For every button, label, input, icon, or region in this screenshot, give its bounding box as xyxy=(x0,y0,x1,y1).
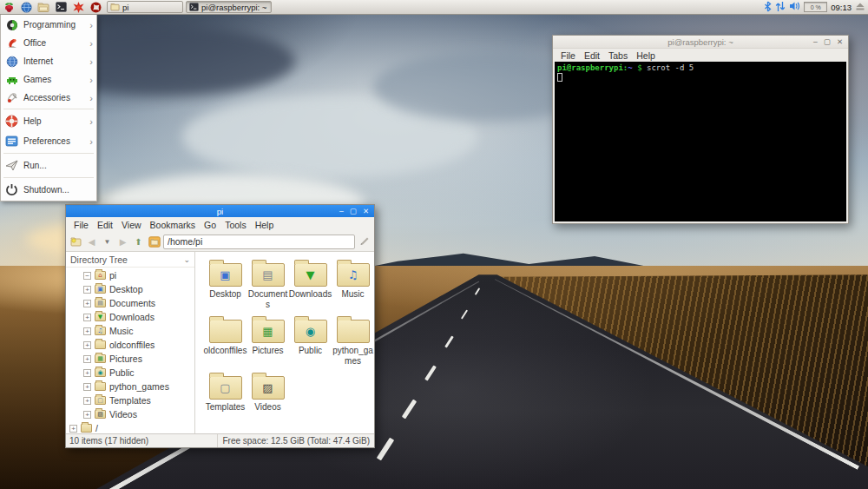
path-input[interactable] xyxy=(163,235,355,249)
task-button-file-manager[interactable]: pi xyxy=(107,1,183,13)
menu-item-preferences[interactable]: Preferences xyxy=(1,131,96,151)
folder-icon xyxy=(95,340,106,349)
tree-item[interactable]: − ⌂ pi xyxy=(66,268,194,282)
menu-item-office[interactable]: Office xyxy=(1,34,96,52)
tree-item-label: Public xyxy=(109,367,135,378)
web-browser-icon[interactable] xyxy=(17,0,35,14)
volume-icon[interactable] xyxy=(789,1,800,13)
menu-item-label: Games xyxy=(23,75,51,84)
menu-item-label: Shutdown... xyxy=(23,185,69,195)
expander-icon[interactable]: + xyxy=(83,286,91,294)
wolfram-icon[interactable] xyxy=(69,0,87,14)
menubar-item[interactable]: File xyxy=(556,50,580,61)
menubar-item[interactable]: File xyxy=(69,220,93,230)
minimize-icon[interactable]: – xyxy=(339,208,344,215)
file-manager-icon[interactable] xyxy=(35,0,52,14)
menubar-item[interactable]: Tabs xyxy=(604,50,632,61)
menubar-item[interactable]: Help xyxy=(251,220,279,230)
cpu-monitor[interactable]: 0 % xyxy=(804,2,827,12)
location-pen-icon[interactable] xyxy=(358,235,371,248)
folder-icon: ▤ xyxy=(95,299,106,307)
expander-icon[interactable]: + xyxy=(83,341,91,349)
menubar-item[interactable]: Edit xyxy=(93,220,117,230)
tree-item[interactable]: + ▢ Templates xyxy=(66,393,194,407)
expander-icon[interactable]: − xyxy=(83,272,91,280)
menu-item-run[interactable]: Run... xyxy=(1,155,96,175)
close-icon[interactable]: ✕ xyxy=(363,208,369,215)
terminal-titlebar[interactable]: pi@raspberrypi: ~ – ▢ ✕ xyxy=(553,36,848,49)
folder-item[interactable]: oldconffiles xyxy=(204,315,247,366)
folder-icon: ▣ xyxy=(209,263,242,287)
folder-item[interactable]: ▼ Downloads xyxy=(289,259,332,309)
task-button-terminal[interactable]: pi@raspberrypi: ~ xyxy=(186,1,272,13)
menu-raspberry-icon[interactable] xyxy=(0,0,17,14)
tree-item[interactable]: + / xyxy=(66,421,194,433)
tree-item-label: Pictures xyxy=(109,354,142,364)
folder-icon: ▤ xyxy=(252,263,285,287)
eject-icon[interactable] xyxy=(855,2,865,13)
sidebar-mode-select[interactable]: Directory Tree ⌄ xyxy=(66,252,194,268)
tree-item[interactable]: + ▼ Downloads xyxy=(66,310,194,324)
menu-item-internet[interactable]: Internet xyxy=(1,52,96,70)
folder-item[interactable]: ♫ Music xyxy=(332,259,374,309)
history-dropdown-icon[interactable]: ▼ xyxy=(101,235,114,248)
terminal-icon[interactable] xyxy=(52,0,69,14)
maximize-icon[interactable]: ▢ xyxy=(824,38,831,46)
expander-icon[interactable]: + xyxy=(83,355,91,363)
menubar-item[interactable]: Edit xyxy=(580,50,604,61)
menu-item-shutdown[interactable]: Shutdown... xyxy=(1,180,96,200)
expander-icon[interactable]: + xyxy=(83,314,91,321)
menu-item-label: Programming xyxy=(23,20,76,30)
menubar-item[interactable]: View xyxy=(117,220,146,230)
up-icon[interactable]: ⬆ xyxy=(132,235,145,248)
menubar-item[interactable]: Tools xyxy=(220,220,251,230)
terminal-screen[interactable]: pi@raspberrypi:~ $ scrot -d 5 xyxy=(555,62,846,221)
folder-item[interactable]: ▢ Templates xyxy=(204,372,247,413)
menu-item-help[interactable]: Help xyxy=(1,111,96,131)
folder-item[interactable]: ▨ Videos xyxy=(247,372,289,413)
expander-icon[interactable]: + xyxy=(83,327,91,335)
tree-item[interactable]: + ▨ Videos xyxy=(66,407,194,421)
menu-item-programming[interactable]: Programming xyxy=(1,16,96,34)
folder-item[interactable]: ▣ Desktop xyxy=(204,259,247,309)
expander-icon[interactable]: + xyxy=(83,383,91,391)
bluetooth-icon[interactable] xyxy=(764,1,772,14)
mathematica-icon[interactable] xyxy=(87,0,104,14)
back-icon[interactable]: ◀ xyxy=(85,235,98,248)
expander-icon[interactable]: + xyxy=(83,300,91,307)
clock[interactable]: 09:13 xyxy=(831,3,852,12)
home-icon[interactable] xyxy=(148,235,161,248)
expander-icon[interactable]: + xyxy=(69,425,77,433)
folder-item[interactable]: ▦ Pictures xyxy=(247,315,289,366)
folder-item[interactable]: ◉ Public xyxy=(289,315,332,366)
folder-item[interactable]: python_games xyxy=(332,315,374,366)
expander-icon[interactable]: + xyxy=(83,369,91,377)
menu-item-games[interactable]: Games xyxy=(1,70,96,89)
tree-item[interactable]: + ▤ Documents xyxy=(66,296,194,310)
file-manager-titlebar[interactable]: pi – ▢ ✕ xyxy=(66,205,374,217)
close-icon[interactable]: ✕ xyxy=(837,38,843,46)
folder-item[interactable]: ▤ Documents xyxy=(247,259,289,309)
menu-item-accessories[interactable]: Accessories xyxy=(1,89,96,107)
tree-item[interactable]: + ▦ Pictures xyxy=(66,352,194,366)
tree-item[interactable]: + oldconffiles xyxy=(66,338,194,352)
task-button-label: pi@raspberrypi: ~ xyxy=(201,3,266,12)
menu-item-label: Accessories xyxy=(23,93,70,102)
folder-icon: ⌂ xyxy=(95,271,106,280)
tree-item[interactable]: + ♫ Music xyxy=(66,324,194,338)
tree-item[interactable]: + ▣ Desktop xyxy=(66,282,194,296)
menubar-item[interactable]: Go xyxy=(200,220,220,230)
expander-icon[interactable]: + xyxy=(83,397,91,405)
forward-icon[interactable]: ▶ xyxy=(116,235,129,248)
new-tab-icon[interactable] xyxy=(69,235,82,248)
menubar-item[interactable]: Bookmarks xyxy=(146,220,201,230)
maximize-icon[interactable]: ▢ xyxy=(350,208,357,215)
tree-item[interactable]: + ◉ Public xyxy=(66,366,194,380)
network-icon[interactable] xyxy=(775,1,786,14)
menubar-item[interactable]: Help xyxy=(632,50,660,61)
minimize-icon[interactable]: – xyxy=(813,38,818,46)
expander-icon[interactable]: + xyxy=(83,411,91,419)
tree-item[interactable]: + python_games xyxy=(66,380,194,393)
folder-icon: ◉ xyxy=(95,368,106,377)
shutdown-icon xyxy=(5,183,18,196)
